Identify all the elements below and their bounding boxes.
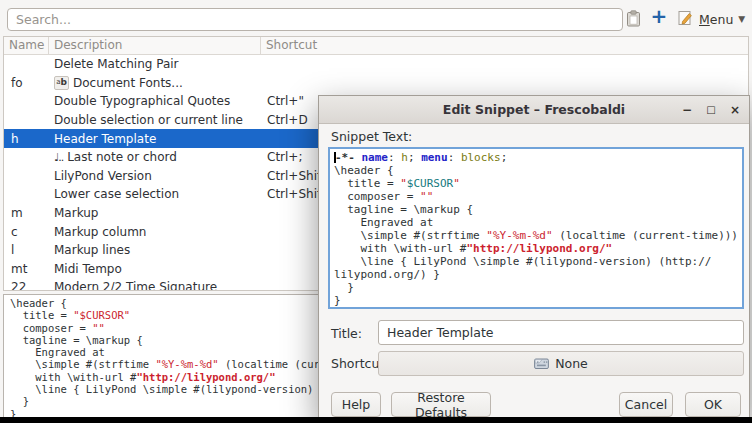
menu-button[interactable]: Menu ▼	[699, 8, 745, 30]
code-line: }	[334, 281, 738, 294]
row-name: fo	[4, 76, 49, 90]
minimize-icon[interactable]: −	[681, 104, 693, 116]
maximize-icon[interactable]: □	[705, 105, 717, 115]
row-description: LilyPond Version	[49, 169, 261, 183]
row-description: Markup column	[49, 225, 261, 239]
code-line: \line { LilyPond \simple #(lilypond-vers…	[334, 255, 738, 268]
code-line: with \with-url #"http://lilypond.org/"	[334, 242, 738, 255]
code-line: lilypond.org/) }	[334, 268, 738, 281]
code-line: -*- name: h; menu: blocks;	[334, 151, 738, 164]
code-line: \header {	[334, 164, 738, 177]
table-row[interactable]: foabDocument Fonts...	[4, 74, 748, 93]
music-note-icon: ♩..	[54, 151, 63, 164]
row-name: l	[4, 243, 49, 257]
code-line: title = "$CURSOR"	[334, 177, 738, 190]
code-line: Engraved at	[334, 216, 738, 229]
clipboard-icon	[626, 10, 641, 27]
row-description: Midi Tempo	[49, 262, 261, 276]
shortcut-value: None	[555, 356, 588, 371]
column-header-name[interactable]: Name	[4, 37, 49, 54]
row-description: ♩..Last note or chord	[49, 150, 261, 164]
screen-bottom-strip	[0, 417, 752, 423]
snippet-text-editor[interactable]: -*- name: h; menu: blocks;\header { titl…	[328, 147, 744, 309]
restore-defaults-button[interactable]: Restore Defaults	[391, 392, 491, 417]
row-description: Lower case selection	[49, 187, 261, 201]
row-description: Header Template	[49, 132, 261, 146]
row-description: Delete Matching Pair	[49, 57, 261, 71]
document-fonts-icon: ab	[54, 76, 69, 90]
code-line: }	[334, 294, 738, 307]
cancel-button[interactable]: Cancel	[619, 392, 673, 417]
keyboard-icon	[534, 357, 549, 370]
pencil-page-icon	[678, 10, 693, 26]
code-line: tagline = \markup {	[334, 203, 738, 216]
row-description: abDocument Fonts...	[49, 76, 261, 90]
title-label: Title:	[331, 326, 362, 341]
menu-button-label: Menu	[699, 12, 733, 27]
row-description: Markup	[49, 206, 261, 220]
snippet-text-label: Snippet Text:	[331, 129, 412, 144]
chevron-down-icon: ▼	[738, 14, 745, 24]
edit-snippet-icon[interactable]	[676, 9, 694, 27]
row-name: h	[4, 132, 49, 146]
row-description: Double Typographical Quotes	[49, 94, 261, 108]
help-button[interactable]: Help	[331, 392, 381, 417]
row-description: Markup lines	[49, 243, 261, 257]
search-input[interactable]	[7, 8, 623, 31]
code-line: \simple #(strftime "%Y-%m-%d" (localtime…	[334, 229, 738, 242]
table-row[interactable]: Delete Matching Pair	[4, 55, 748, 74]
row-description: Double selection or current line	[49, 113, 261, 127]
dialog-titlebar[interactable]: Edit Snippet – Frescobaldi − □ ×	[319, 96, 749, 124]
row-name: c	[4, 225, 49, 239]
shortcut-button[interactable]: None	[378, 351, 744, 376]
dialog-title: Edit Snippet – Frescobaldi	[443, 102, 625, 117]
row-name: 22	[4, 280, 49, 291]
window-controls: − □ ×	[681, 96, 741, 123]
code-line: composer = ""	[334, 190, 738, 203]
column-header-shortcut[interactable]: Shortcut	[261, 37, 748, 54]
paste-icon[interactable]	[624, 9, 642, 27]
row-name: m	[4, 206, 49, 220]
title-input[interactable]	[378, 320, 744, 345]
table-header: Name Description Shortcut	[4, 37, 748, 55]
close-icon[interactable]: ×	[729, 104, 741, 116]
row-description: Modern 2/2 Time Signature	[49, 280, 261, 291]
column-header-description[interactable]: Description	[49, 37, 261, 54]
add-snippet-icon[interactable]: +	[650, 3, 668, 29]
row-name: mt	[4, 262, 49, 276]
ok-button[interactable]: OK	[685, 392, 741, 417]
edit-snippet-dialog: Edit Snippet – Frescobaldi − □ × Snippet…	[318, 95, 750, 419]
